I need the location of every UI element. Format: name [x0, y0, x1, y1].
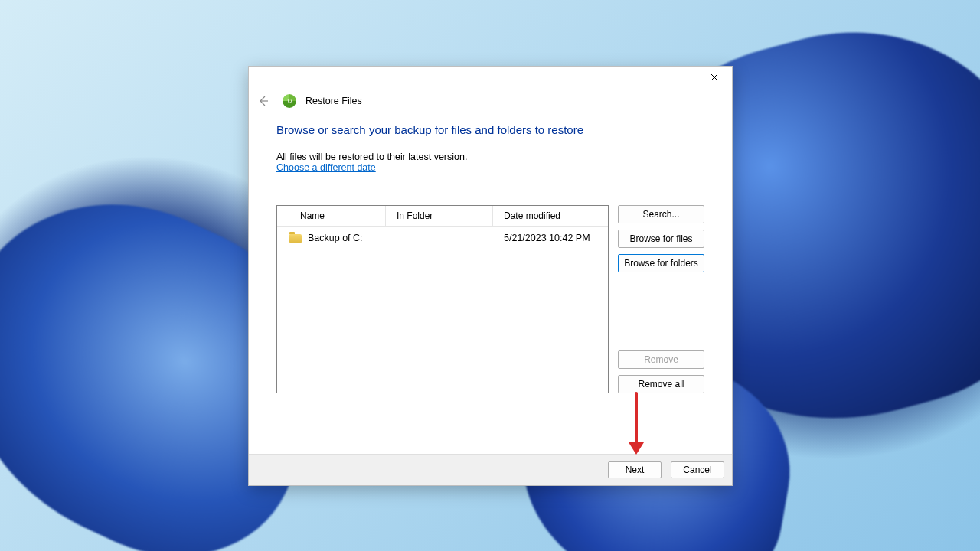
list-header: Name In Folder Date modified: [277, 206, 608, 227]
cell-date-modified: 5/21/2023 10:42 PM: [493, 233, 608, 243]
remove-all-button[interactable]: Remove all: [618, 375, 704, 393]
browse-folders-button[interactable]: Browse for folders: [618, 254, 704, 272]
list-item[interactable]: Backup of C: 5/21/2023 10:42 PM: [277, 227, 608, 249]
page-heading: Browse or search your backup for files a…: [276, 123, 704, 136]
column-in-folder[interactable]: In Folder: [386, 206, 493, 226]
close-button[interactable]: [697, 67, 732, 88]
titlebar: [249, 67, 732, 90]
restore-icon: [283, 94, 296, 108]
restore-files-dialog: Restore Files Browse or search your back…: [248, 66, 733, 486]
folder-icon: [289, 234, 302, 243]
middle-panel: Name In Folder Date modified Backup of C…: [276, 205, 704, 393]
item-name: Backup of C:: [308, 233, 363, 243]
browse-files-button[interactable]: Browse for files: [618, 230, 704, 248]
choose-date-link[interactable]: Choose a different date: [276, 162, 704, 173]
column-name[interactable]: Name: [277, 206, 386, 226]
back-button[interactable]: [255, 93, 272, 109]
next-button[interactable]: Next: [608, 461, 662, 478]
file-list[interactable]: Name In Folder Date modified Backup of C…: [276, 205, 609, 393]
column-date-modified[interactable]: Date modified: [493, 206, 586, 226]
window-title: Restore Files: [305, 96, 362, 106]
cell-name: Backup of C:: [277, 233, 386, 243]
footer: Next Cancel: [249, 454, 732, 485]
cancel-button[interactable]: Cancel: [671, 461, 724, 478]
list-body: Backup of C: 5/21/2023 10:42 PM: [277, 227, 608, 393]
header-row: Restore Files: [249, 90, 732, 112]
remove-button: Remove: [618, 350, 704, 369]
content-area: Browse or search your backup for files a…: [249, 112, 732, 454]
restore-version-text: All files will be restored to their late…: [276, 152, 704, 162]
column-blank: [586, 206, 608, 226]
search-button[interactable]: Search...: [618, 205, 704, 223]
side-buttons: Search... Browse for files Browse for fo…: [618, 205, 704, 393]
